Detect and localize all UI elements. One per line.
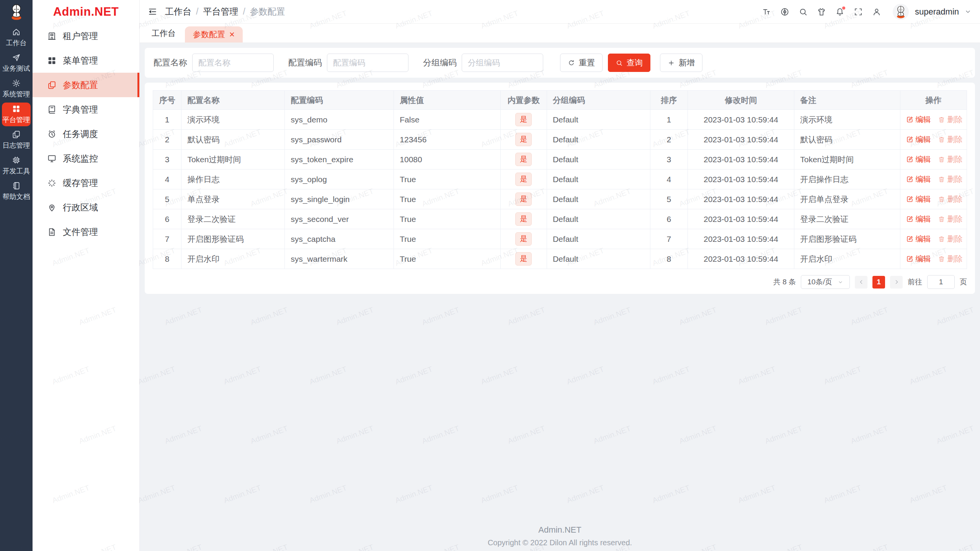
page-size-select[interactable]: 10条/页: [801, 275, 850, 289]
trash-icon: [938, 176, 945, 183]
sidebar-item-tenant[interactable]: 租户管理: [33, 24, 139, 48]
tab-workbench[interactable]: 工作台: [152, 28, 176, 39]
add-button[interactable]: 新增: [660, 54, 702, 72]
edit-button[interactable]: 编辑: [906, 154, 931, 165]
delete-button[interactable]: 删除: [938, 194, 963, 204]
edit-button[interactable]: 编辑: [906, 114, 931, 125]
sidebar-item-config[interactable]: 参数配置: [33, 73, 139, 97]
rail-item-platform[interactable]: 平台管理: [2, 103, 31, 126]
delete-button[interactable]: 删除: [938, 154, 963, 165]
tab-config[interactable]: 参数配置×: [185, 26, 243, 42]
current-page-button[interactable]: 1: [872, 276, 885, 289]
search-icon[interactable]: [799, 7, 808, 16]
user-menu-chevron-down-icon[interactable]: [964, 8, 972, 15]
cell-4: 是: [500, 229, 547, 249]
breadcrumb-item-platform[interactable]: 平台管理: [203, 6, 238, 18]
cell-4: 是: [500, 150, 547, 170]
delete-label: 删除: [947, 194, 963, 204]
profile-icon[interactable]: [872, 7, 881, 16]
edit-button[interactable]: 编辑: [906, 254, 931, 264]
cell-3: True: [394, 229, 501, 249]
builtin-tag: 是: [515, 173, 532, 186]
edit-button[interactable]: 编辑: [906, 174, 931, 184]
delete-button[interactable]: 删除: [938, 174, 963, 184]
edit-pen-icon: [906, 156, 913, 163]
tab-close-icon[interactable]: ×: [229, 30, 235, 39]
user-avatar[interactable]: [893, 4, 909, 20]
theme-icon[interactable]: [817, 7, 826, 16]
cell-9: 编辑删除: [900, 229, 967, 249]
search-button[interactable]: 查询: [608, 54, 650, 72]
cell-9: 编辑删除: [900, 130, 967, 150]
rail-item-devtools[interactable]: 开发工具: [2, 154, 31, 178]
sidebar-item-cache[interactable]: 缓存管理: [33, 171, 139, 195]
reset-button[interactable]: 重置: [560, 54, 603, 72]
content-area: 配置名称配置编码分组编码 重置 查询 新增 序号配置名称配置编: [140, 43, 980, 551]
fullscreen-icon[interactable]: [854, 7, 863, 16]
edit-label: 编辑: [916, 134, 931, 145]
code-input[interactable]: [327, 54, 408, 72]
rail-item-workbench[interactable]: 工作台: [2, 26, 31, 49]
font-size-icon[interactable]: [762, 7, 771, 16]
cell-5: Default: [547, 130, 650, 150]
rail-item-biz-test[interactable]: 业务测试: [2, 51, 31, 75]
edit-label: 编辑: [916, 154, 931, 165]
delete-button[interactable]: 删除: [938, 114, 963, 125]
avatar-mascot-icon: [893, 5, 908, 19]
rail-item-label: 帮助文档: [3, 192, 30, 201]
app-logo[interactable]: [0, 0, 33, 24]
breadcrumb-separator: /: [196, 7, 198, 17]
delete-button[interactable]: 删除: [938, 214, 963, 224]
edit-button[interactable]: 编辑: [906, 134, 931, 145]
menu-fold-icon[interactable]: [148, 7, 157, 16]
cell-7: 2023-01-03 10:59:44: [688, 170, 794, 189]
edit-pen-icon: [906, 136, 913, 143]
delete-button[interactable]: 删除: [938, 254, 963, 264]
sidebar-item-dict[interactable]: 字典管理: [33, 97, 139, 122]
group-input[interactable]: [462, 54, 543, 72]
edit-button[interactable]: 编辑: [906, 194, 931, 204]
page-size-value: 10条/页: [807, 277, 832, 287]
column-header-4: 内置参数: [500, 91, 547, 110]
cell-9: 编辑删除: [900, 150, 967, 170]
sidebar-item-region[interactable]: 行政区域: [33, 195, 139, 220]
edit-button[interactable]: 编辑: [906, 214, 931, 224]
edit-pen-icon: [906, 176, 913, 183]
sidebar-item-menu[interactable]: 菜单管理: [33, 48, 139, 73]
cell-6: 7: [650, 229, 688, 249]
delete-button[interactable]: 删除: [938, 234, 963, 244]
reset-button-label: 重置: [579, 57, 595, 68]
rail-item-log[interactable]: 日志管理: [2, 128, 31, 152]
trash-icon: [938, 196, 945, 203]
rail-item-system[interactable]: 系统管理: [2, 77, 31, 101]
filter-label-group: 分组编码: [423, 57, 457, 68]
cell-0: 2: [153, 130, 181, 150]
cell-6: 1: [650, 110, 688, 130]
edit-button[interactable]: 编辑: [906, 234, 931, 244]
cell-6: 2: [650, 130, 688, 150]
prev-page-button[interactable]: [855, 276, 867, 289]
sidebar-item-task[interactable]: 任务调度: [33, 122, 139, 146]
name-input[interactable]: [192, 54, 274, 72]
app-root: 工作台业务测试系统管理平台管理日志管理开发工具帮助文档 Admin.NET 租户…: [0, 0, 980, 551]
notification-icon[interactable]: [835, 7, 844, 16]
cell-4: 是: [500, 170, 547, 189]
goto-page-input[interactable]: [927, 275, 955, 289]
username[interactable]: superadmin: [915, 7, 959, 17]
table-header-row: 序号配置名称配置编码属性值内置参数分组编码排序修改时间备注操作: [153, 91, 967, 110]
cell-5: Default: [547, 150, 650, 170]
sidebar-item-monitor[interactable]: 系统监控: [33, 146, 139, 171]
rail-item-docs[interactable]: 帮助文档: [2, 179, 31, 203]
refresh-icon: [568, 59, 575, 67]
delete-button[interactable]: 删除: [938, 134, 963, 145]
breadcrumb: 工作台 / 平台管理 / 参数配置: [165, 6, 285, 18]
breadcrumb-item-workbench[interactable]: 工作台: [165, 6, 191, 18]
builtin-tag: 是: [515, 212, 532, 226]
next-page-button[interactable]: [890, 276, 903, 289]
edit-label: 编辑: [916, 254, 931, 264]
cell-8: 开启单点登录: [794, 189, 900, 209]
sidebar-menu: 租户管理菜单管理参数配置字典管理任务调度系统监控缓存管理行政区域文件管理: [33, 24, 139, 244]
language-icon[interactable]: [780, 7, 789, 16]
edit-pen-icon: [906, 235, 913, 243]
sidebar-item-file[interactable]: 文件管理: [33, 220, 139, 244]
